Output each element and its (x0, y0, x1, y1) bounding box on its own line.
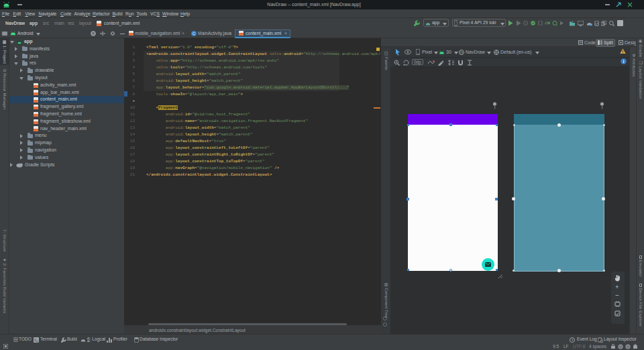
svg-text:C: C (193, 32, 196, 36)
svg-text:N: N (460, 50, 463, 54)
